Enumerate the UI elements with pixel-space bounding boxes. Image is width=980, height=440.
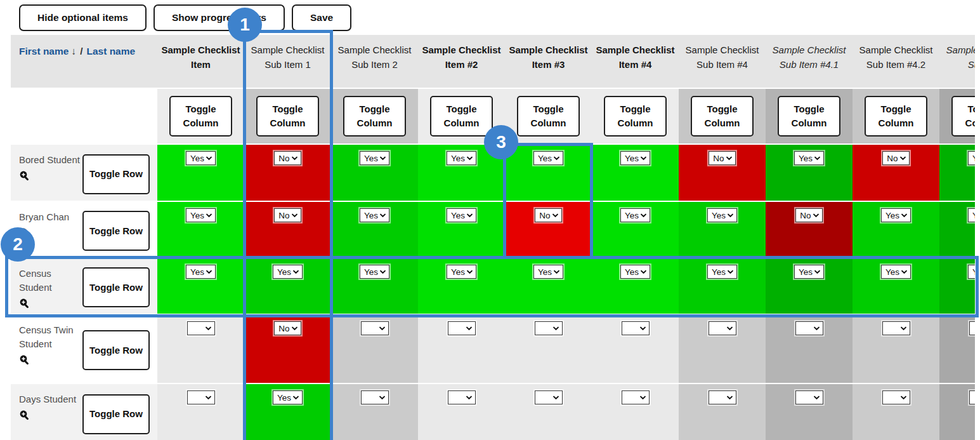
yes-no-select[interactable]	[622, 321, 650, 335]
yes-no-select[interactable]: Yes	[881, 208, 911, 222]
chevron-down-icon	[641, 213, 646, 218]
yes-no-select[interactable]: Yes	[360, 208, 389, 222]
chevron-down-icon	[293, 270, 299, 274]
yes-no-select[interactable]: No	[274, 208, 301, 222]
chevron-down-icon	[901, 213, 907, 218]
yes-no-select[interactable]: Yes	[186, 208, 216, 222]
yes-no-select[interactable]	[969, 321, 976, 335]
yes-no-select[interactable]	[361, 390, 389, 404]
yes-no-select[interactable]	[535, 321, 563, 335]
toggle-column-button[interactable]: Toggle Column	[430, 96, 493, 137]
yes-no-select[interactable]: Yes	[533, 265, 563, 279]
yes-no-select[interactable]: Yes	[968, 151, 975, 165]
chevron-down-icon	[467, 213, 473, 218]
chevron-down-icon	[380, 270, 386, 274]
student-zoom-in-icon[interactable]	[19, 298, 30, 309]
show-progress-bars-button[interactable]: Show progress bars	[154, 4, 285, 31]
checklist-cell	[331, 315, 418, 384]
toggle-row-button[interactable]: Toggle Row	[82, 211, 150, 251]
yes-no-select[interactable]: Yes	[186, 265, 216, 279]
select-value: Yes	[277, 267, 291, 277]
checklist-cell: Yes	[592, 202, 679, 258]
yes-no-select[interactable]	[709, 321, 736, 335]
student-zoom-in-icon[interactable]	[19, 227, 30, 238]
sort-by-first-name-link[interactable]: First name	[19, 46, 69, 57]
yes-no-select[interactable]	[448, 321, 476, 335]
toggle-column-button[interactable]: Toggle Column	[691, 96, 754, 137]
yes-no-select[interactable]: Yes	[707, 265, 737, 279]
yes-no-select[interactable]: Yes	[447, 208, 476, 222]
yes-no-select[interactable]: Yes	[968, 208, 975, 222]
yes-no-select[interactable]: Yes	[533, 151, 563, 165]
toggle-column-button[interactable]: Toggle Column	[951, 96, 975, 137]
checklist-cell: Yes	[331, 258, 418, 315]
select-value: Yes	[190, 211, 204, 220]
yes-no-select[interactable]: Yes	[794, 151, 824, 165]
yes-no-select[interactable]: No	[535, 208, 561, 222]
toggle-column-button[interactable]: Toggle Column	[778, 96, 840, 137]
yes-no-select[interactable]: Yes	[968, 265, 975, 279]
yes-no-select[interactable]	[795, 321, 823, 335]
yes-no-select[interactable]: No	[274, 321, 301, 335]
yes-no-select[interactable]: Yes	[881, 265, 911, 279]
chevron-down-icon	[728, 270, 733, 274]
yes-no-select[interactable]: Yes	[447, 151, 476, 165]
yes-no-select[interactable]: Yes	[360, 265, 389, 279]
yes-no-select[interactable]	[187, 321, 215, 335]
chevron-down-icon	[901, 270, 907, 274]
yes-no-select[interactable]: No	[274, 151, 301, 165]
checklist-cell	[505, 384, 592, 440]
yes-no-select[interactable]: Yes	[273, 390, 303, 404]
yes-no-select[interactable]	[187, 390, 215, 404]
student-zoom-in-icon[interactable]	[19, 410, 30, 420]
yes-no-select[interactable]: Yes	[620, 265, 650, 279]
checklist-cell	[679, 315, 766, 384]
checklist-cell: Yes	[939, 202, 975, 258]
select-value: Yes	[277, 393, 291, 403]
checklist-cell: Yes	[418, 145, 505, 202]
chevron-down-icon	[206, 156, 212, 161]
toggle-row-button[interactable]: Toggle Row	[82, 267, 150, 307]
checklist-cell: Yes	[244, 258, 331, 315]
toggle-column-button[interactable]: Toggle Column	[256, 96, 319, 137]
student-zoom-in-icon[interactable]	[19, 170, 30, 181]
yes-no-select[interactable]	[882, 390, 910, 404]
yes-no-select[interactable]: Yes	[707, 208, 737, 222]
yes-no-select[interactable]: No	[795, 208, 822, 222]
hide-optional-items-button[interactable]: Hide optional items	[19, 4, 147, 31]
yes-no-select[interactable]	[448, 390, 476, 404]
yes-no-select[interactable]	[709, 390, 736, 404]
yes-no-select[interactable]: No	[709, 151, 735, 165]
name-sort-header: First name↓/Last name	[11, 35, 157, 89]
yes-no-select[interactable]	[535, 390, 563, 404]
student-zoom-in-icon[interactable]	[19, 354, 30, 365]
yes-no-select[interactable]: Yes	[273, 265, 303, 279]
toggle-column-button[interactable]: Toggle Column	[865, 96, 927, 137]
sort-by-last-name-link[interactable]: Last name	[86, 46, 135, 57]
toggle-column-button[interactable]: Toggle Column	[343, 96, 406, 137]
toggle-column-button[interactable]: Toggle Column	[169, 96, 232, 137]
toggle-row-button[interactable]: Toggle Row	[82, 330, 150, 370]
yes-no-select[interactable]	[882, 321, 910, 335]
yes-no-select[interactable]	[361, 321, 389, 335]
yes-no-select[interactable]: Yes	[447, 265, 476, 279]
toggle-column-button[interactable]: Toggle Column	[517, 96, 580, 137]
chevron-down-icon	[466, 326, 472, 331]
select-value: Yes	[712, 267, 726, 277]
toggle-row-button[interactable]: Toggle Row	[82, 394, 150, 434]
yes-no-select[interactable]: No	[882, 151, 909, 165]
toggle-column-button[interactable]: Toggle Column	[604, 96, 667, 137]
yes-no-select[interactable]: Yes	[620, 208, 650, 222]
yes-no-select[interactable]	[622, 390, 650, 404]
yes-no-select[interactable]	[795, 390, 823, 404]
column-header: Sample Checklist Item	[157, 35, 244, 89]
save-button[interactable]: Save	[292, 4, 351, 31]
yes-no-select[interactable]: Yes	[186, 151, 216, 165]
toggle-row-button[interactable]: Toggle Row	[82, 154, 150, 194]
yes-no-select[interactable]: Yes	[360, 151, 389, 165]
checklist-cell: Yes	[939, 145, 975, 202]
yes-no-select[interactable]: Yes	[620, 151, 650, 165]
yes-no-select[interactable]	[969, 390, 976, 404]
select-value: Yes	[799, 267, 813, 277]
yes-no-select[interactable]: Yes	[794, 265, 824, 279]
